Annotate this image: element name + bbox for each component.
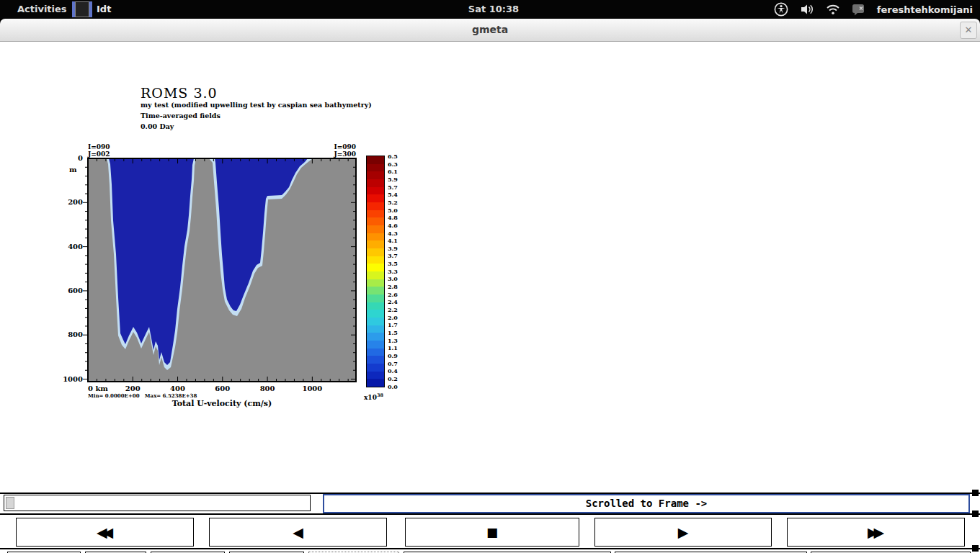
x-tick-label: 800	[249, 385, 285, 392]
x-tick-label: 200	[115, 385, 151, 392]
resize-handle[interactable]	[972, 545, 979, 552]
colorbar-tick-label: 4.3	[388, 230, 398, 237]
step-back-button[interactable]: ◀	[209, 518, 387, 547]
colorbar-cell	[367, 379, 384, 387]
colorbar-tick-label: 6.5	[388, 153, 398, 160]
colorbar-tick-label: 0.9	[388, 352, 398, 359]
colorbar-exponent-power: 38	[377, 392, 383, 398]
colorbar-tick-label: 3.9	[388, 245, 398, 252]
x-tick-label: 400	[160, 385, 196, 392]
frame-scrollbar[interactable]	[4, 495, 311, 511]
corner-top-right-i: I=090	[328, 144, 356, 150]
colorbar-tick-label: 2.6	[388, 291, 398, 298]
colorbar-tick-label: 6.3	[388, 161, 398, 168]
volume-icon[interactable]	[800, 3, 814, 16]
colorbar-tick-label: 3.3	[388, 268, 398, 275]
corner-top-left-i: I=090	[88, 144, 110, 150]
colorbar-cell	[367, 364, 384, 372]
colorbar-tick-label: 3.0	[388, 275, 398, 282]
accessibility-icon[interactable]	[774, 2, 788, 17]
colorbar-tick-label: 2.2	[388, 306, 398, 313]
panel-separator	[0, 548, 980, 549]
colorbar-exponent-base: x10	[364, 394, 377, 401]
resize-handle[interactable]	[972, 490, 979, 496]
focused-app-indicator[interactable]: Idt	[72, 0, 111, 19]
plot-title: ROMS 3.0	[141, 85, 218, 101]
colorbar-tick-label: 6.1	[388, 168, 398, 175]
plot-subtitle-2: Time-averaged fields	[141, 112, 220, 120]
colorbar-cell	[367, 210, 384, 218]
window-titlebar[interactable]: gmeta ✕	[0, 19, 980, 42]
user-menu[interactable]: fereshtehkomijani	[877, 4, 973, 15]
colorbar-cell	[367, 171, 384, 179]
colorbar-cell	[367, 240, 384, 248]
colorbar-exponent: x1038	[364, 392, 383, 401]
colorbar-tick-label: 4.6	[388, 222, 398, 229]
colorbar-tick-label: 5.9	[388, 176, 398, 183]
colorbar-cell	[367, 256, 384, 264]
colorbar-cell	[367, 349, 384, 356]
panel-separator	[0, 513, 980, 515]
colorbar-cell	[367, 156, 384, 164]
colorbar-tick-label: 1.1	[388, 344, 398, 351]
colorbar-cell	[367, 302, 384, 310]
window-title: gmeta	[0, 19, 980, 41]
colorbar-tick-label: 5.2	[388, 199, 398, 206]
field-min-max: Min= 0.0000E+00 Max= 6.5238E+38	[88, 392, 197, 399]
chat-status-icon[interactable]	[852, 3, 865, 16]
colorbar-tick-label: 4.1	[388, 237, 398, 244]
colorbar-tick-label: 0.0	[388, 383, 398, 390]
colorbar-cell	[367, 233, 384, 241]
rewind-button[interactable]: ◀◀	[16, 518, 194, 547]
plot-caption: Total U-velocity (cm/s)	[88, 399, 356, 408]
plot-subtitle-1: my test (modified upwelling test by casp…	[141, 101, 372, 109]
colorbar-cell	[367, 333, 384, 341]
colorbar-tick-label: 3.5	[388, 260, 398, 267]
corner-top-right-j: J=300	[328, 151, 356, 158]
gmeta-canvas: ROMS 3.0 my test (modified upwelling tes…	[0, 42, 980, 553]
rewind-icon: ◀◀	[97, 524, 113, 540]
colorbar-cell	[367, 248, 384, 256]
y-tick-label: 600	[58, 287, 83, 295]
colorbar-tick-label: 2.4	[388, 298, 398, 305]
close-icon[interactable]: ✕	[960, 22, 977, 39]
corner-top-left-j: J=002	[88, 151, 110, 158]
activities-button[interactable]: Activities	[17, 0, 67, 19]
colorbar-cell	[367, 202, 384, 210]
screen: Activities Idt Sat 10:38	[0, 0, 980, 553]
gnome-top-bar: Activities Idt Sat 10:38	[0, 0, 980, 19]
colorbar-tick-label: 4.8	[388, 214, 398, 221]
colorbar-cell	[367, 310, 384, 318]
y-tick-label: 0	[58, 154, 83, 162]
status-message: Scrolled to Frame ->	[323, 494, 970, 513]
colorbar-cell	[367, 318, 384, 325]
colorbar-cell	[367, 217, 384, 225]
colorbar-cell	[367, 164, 384, 172]
colorbar-cell	[367, 187, 384, 195]
plot-subtitle-3: 0.00 Day	[141, 122, 174, 130]
y-tick-label: 1000	[58, 375, 83, 383]
colorbar	[366, 156, 385, 387]
stop-button[interactable]: ■	[405, 518, 579, 547]
resize-handle[interactable]	[972, 511, 979, 517]
play-button[interactable]: ▶	[594, 518, 772, 547]
focused-app-name: Idt	[97, 0, 111, 19]
stop-icon: ■	[486, 525, 498, 539]
colorbar-tick-label: 2.0	[388, 314, 398, 321]
frame-scrollbar-thumb[interactable]	[6, 497, 14, 509]
colorbar-tick-label: 1.5	[388, 329, 398, 336]
y-tick-label: 200	[58, 198, 83, 206]
colorbar-tick-label: 0.7	[388, 360, 398, 367]
colorbar-tick-label: 5.0	[388, 207, 398, 214]
idt-app-icon	[72, 1, 92, 17]
wifi-icon[interactable]	[826, 4, 840, 15]
colorbar-tick-label: 1.7	[388, 321, 398, 328]
colorbar-cell	[367, 372, 384, 379]
x-tick-label: 600	[205, 385, 241, 392]
colorbar-cell	[367, 179, 384, 187]
colorbar-cell	[367, 325, 384, 333]
colorbar-cell	[367, 287, 384, 295]
fast-forward-button[interactable]: ▶▶	[787, 518, 965, 547]
clock[interactable]: Sat 10:38	[461, 0, 526, 19]
colorbar-cell	[367, 279, 384, 287]
